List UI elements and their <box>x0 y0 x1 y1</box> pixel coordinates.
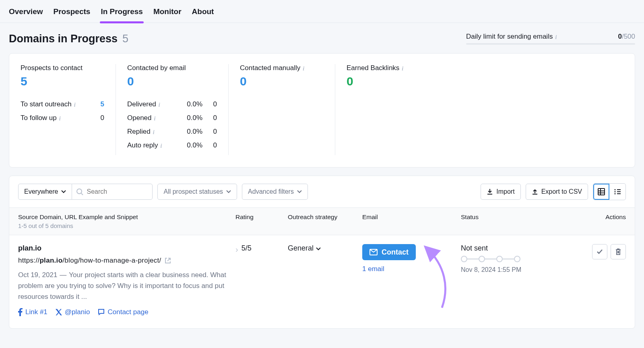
stat-replied-label: Replied <box>127 128 151 136</box>
stat-autoreply-label: Auto reply <box>127 141 158 149</box>
col-status-label: Status <box>461 213 545 229</box>
stat-delivered-label: Delivered <box>127 100 156 108</box>
export-button[interactable]: Export to CSV <box>526 184 588 200</box>
stats-panel: Prospects to contact 5 To start outreach… <box>9 53 635 168</box>
chevron-down-icon <box>297 190 302 193</box>
row-link-facebook[interactable]: Link #1 <box>18 308 47 316</box>
row-link3-label: Contact page <box>107 308 148 316</box>
info-icon[interactable]: i <box>555 34 561 40</box>
table-row: plan.io https://plan.io/blog/how-to-mana… <box>9 235 635 328</box>
advanced-filters-label: Advanced filters <box>248 188 294 195</box>
col-source-label: Source Domain, URL Example and Snippet <box>18 213 235 221</box>
info-icon[interactable]: i <box>303 66 308 71</box>
check-icon <box>597 249 603 255</box>
daily-limit: Daily limit for sending emails i 0/500 <box>466 33 635 45</box>
tab-in-progress[interactable]: In Progress <box>101 6 143 23</box>
export-label: Export to CSV <box>541 188 582 195</box>
col-rating-label: Rating <box>235 213 288 229</box>
row-url[interactable]: https://plan.io/blog/how-to-manage-a-pro… <box>18 257 235 265</box>
table-header: Source Domain, URL Example and Snippet 1… <box>9 207 635 235</box>
delete-button[interactable] <box>611 244 626 259</box>
status-filter[interactable]: All prospect statuses <box>157 184 237 200</box>
nav-tabs: Overview Prospects In Progress Monitor A… <box>0 0 644 23</box>
col-source-sub: 1-5 out of 5 domains <box>18 222 235 229</box>
stat-replied-pct: 0.0% <box>178 128 202 136</box>
svg-point-7 <box>615 191 616 193</box>
stat-manual-value[interactable]: 0 <box>240 75 324 88</box>
search-input-wrap[interactable] <box>72 184 153 200</box>
col-actions-label: Actions <box>545 213 626 229</box>
row-link1-label: Link #1 <box>25 308 47 316</box>
tab-prospects[interactable]: Prospects <box>54 6 91 23</box>
stat-follow-up-value: 0 <box>90 114 104 122</box>
table-container: Everywhere All prospect statuses Advance… <box>9 176 635 329</box>
svg-line-1 <box>81 193 83 195</box>
row-snippet-date: Oct 19, 2021 <box>18 271 57 279</box>
info-icon[interactable]: i <box>159 102 164 108</box>
external-link-icon[interactable] <box>165 257 171 264</box>
svg-point-0 <box>77 189 82 194</box>
row-rating[interactable]: 5/5 <box>242 244 252 253</box>
svg-point-8 <box>615 193 616 195</box>
info-icon[interactable]: i <box>161 143 166 149</box>
stat-email-value[interactable]: 0 <box>127 75 217 88</box>
stat-replied-count: 0 <box>202 128 217 136</box>
stat-backlinks-value[interactable]: 0 <box>347 75 623 88</box>
scope-selector[interactable]: Everywhere <box>18 184 72 200</box>
row-strategy[interactable]: General <box>288 244 362 253</box>
col-email-label: Email <box>362 213 461 229</box>
stat-opened-pct: 0.0% <box>178 114 202 122</box>
row-link-contact-page[interactable]: Contact page <box>98 308 148 316</box>
info-icon[interactable]: i <box>154 116 160 121</box>
daily-limit-label: Daily limit for sending emails <box>466 33 553 41</box>
status-filter-label: All prospect statuses <box>163 188 223 195</box>
row-email-count[interactable]: 1 email <box>362 265 461 273</box>
advanced-filters[interactable]: Advanced filters <box>242 184 308 200</box>
info-icon[interactable]: i <box>74 102 80 108</box>
download-icon <box>487 188 493 195</box>
import-label: Import <box>496 188 514 195</box>
facebook-icon <box>18 308 23 316</box>
stat-prospects-label: Prospects to contact <box>21 64 104 72</box>
chevron-down-icon <box>61 190 66 193</box>
search-icon <box>76 188 83 195</box>
approve-button[interactable] <box>592 244 607 259</box>
view-toggle <box>593 183 626 200</box>
tab-about[interactable]: About <box>192 6 214 23</box>
info-icon[interactable]: i <box>153 129 159 135</box>
stat-opened-label: Opened <box>127 114 152 122</box>
info-icon[interactable]: i <box>59 116 65 121</box>
row-url-prefix: https:// <box>18 257 39 264</box>
stat-start-outreach-label: To start outreach <box>21 100 72 108</box>
row-domain[interactable]: plan.io <box>18 244 235 253</box>
status-progress <box>461 256 545 262</box>
stat-start-outreach-value[interactable]: 5 <box>90 100 104 108</box>
stat-opened-count: 0 <box>202 114 217 122</box>
stat-autoreply-pct: 0.0% <box>178 141 202 149</box>
chevron-down-icon <box>316 247 321 251</box>
list-icon <box>614 188 621 195</box>
tab-overview[interactable]: Overview <box>9 6 43 23</box>
tab-monitor[interactable]: Monitor <box>153 6 182 23</box>
stat-delivered-count: 0 <box>202 100 217 108</box>
view-list-button[interactable] <box>609 184 625 200</box>
page-count: 5 <box>122 33 128 45</box>
svg-point-6 <box>615 189 616 191</box>
daily-limit-progress <box>466 43 635 45</box>
daily-limit-total: 500 <box>624 33 635 40</box>
stat-email-label: Contacted by email <box>127 64 217 72</box>
stat-manual-label: Contacted manually <box>240 64 300 72</box>
search-input[interactable] <box>87 188 143 195</box>
svg-rect-2 <box>598 188 605 195</box>
chevron-right-icon[interactable]: › <box>235 245 238 254</box>
view-table-button[interactable] <box>593 184 609 200</box>
stat-backlinks-label: Earned Backlinks <box>347 64 399 72</box>
row-strategy-label: General <box>288 244 314 253</box>
stat-follow-up-label: To follow up <box>21 114 57 122</box>
stat-autoreply-count: 0 <box>202 141 217 149</box>
stat-prospects-value[interactable]: 5 <box>21 75 104 88</box>
row-link-x[interactable]: @planio <box>56 308 90 316</box>
contact-button[interactable]: Contact <box>362 244 416 260</box>
import-button[interactable]: Import <box>481 184 520 200</box>
info-icon[interactable]: i <box>402 66 407 71</box>
